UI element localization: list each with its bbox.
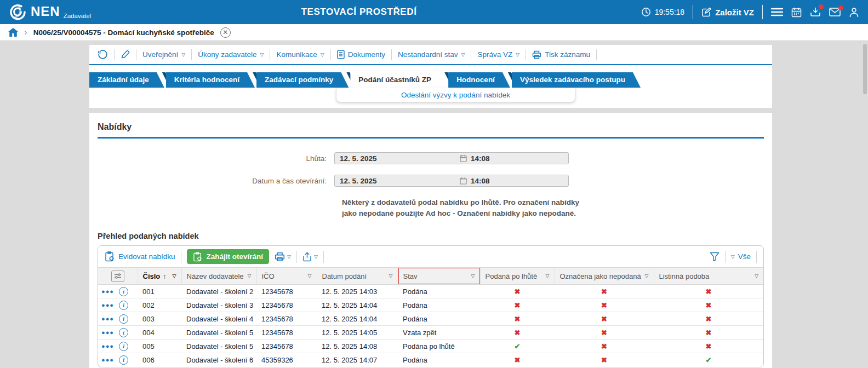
user-button[interactable] bbox=[849, 7, 859, 18]
table-row: ●●● i 002 Dodavatel - školení 3 12345678… bbox=[98, 298, 763, 312]
filter-caret-icon[interactable]: ▽ bbox=[248, 274, 252, 279]
toolbar-separator bbox=[330, 49, 331, 60]
filter-caret-icon[interactable]: ▽ bbox=[173, 274, 176, 279]
toolbar-separator bbox=[756, 251, 757, 263]
opening-input[interactable]: 12. 5. 2025 14:08 bbox=[334, 175, 569, 187]
info-icon[interactable]: i bbox=[119, 355, 128, 365]
row-menu-icon[interactable]: ●●● bbox=[101, 288, 114, 295]
row-menu-icon[interactable]: ●●● bbox=[101, 343, 114, 349]
filter-all-button[interactable]: ▽ Vše bbox=[731, 252, 751, 261]
scrollbar-thumb[interactable] bbox=[863, 44, 867, 94]
info-icon[interactable]: i bbox=[119, 301, 128, 310]
toolbar-separator bbox=[391, 49, 392, 60]
session-time: 19:55:18 bbox=[655, 8, 685, 16]
deadline-label: Lhůta: bbox=[98, 154, 334, 163]
cross-icon: ✖ bbox=[515, 288, 521, 296]
print-grid-button[interactable]: ▽ bbox=[275, 252, 291, 262]
start-opening-button[interactable]: Zahájit otevírání bbox=[187, 249, 270, 264]
info-icon[interactable]: i bbox=[119, 328, 128, 337]
cell-status: Podána bbox=[398, 298, 480, 312]
column-header-stav[interactable]: Stav ▽ bbox=[398, 268, 480, 285]
cell-supplier: Dodavatel - školení 6 bbox=[181, 353, 256, 367]
pencil-icon[interactable] bbox=[121, 50, 130, 59]
share-export-icon bbox=[302, 252, 312, 262]
menu-button[interactable] bbox=[771, 8, 783, 16]
menu-dokumenty[interactable]: Dokumenty bbox=[337, 50, 385, 59]
row-menu-icon[interactable]: ●●● bbox=[101, 302, 114, 308]
chevron-down-icon: ▽ bbox=[287, 255, 291, 260]
home-icon[interactable] bbox=[8, 28, 18, 37]
messages-button[interactable] bbox=[829, 8, 841, 16]
filter-caret-icon[interactable]: ▽ bbox=[389, 274, 393, 279]
tab-hodnoceni[interactable]: Hodnocení bbox=[448, 72, 510, 88]
menu-uverejneni[interactable]: Uveřejnění ▽ bbox=[142, 50, 185, 59]
cell-ico: 12345678 bbox=[256, 326, 317, 340]
calendar-button[interactable] bbox=[791, 7, 802, 18]
row-menu-icon[interactable]: ●●● bbox=[101, 357, 114, 363]
messages-badge bbox=[838, 5, 843, 10]
downloads-button[interactable] bbox=[810, 7, 821, 18]
cell-supplier: Dodavatel - školení 3 bbox=[181, 298, 256, 312]
section-title-nabidky: Nabídky bbox=[98, 113, 764, 132]
tab-submenu-panel: Odeslání výzvy k podání nabídek bbox=[336, 88, 575, 102]
tab-zadavaci-podminky[interactable]: Zadávací podmínky bbox=[256, 72, 349, 88]
info-icon[interactable]: i bbox=[119, 287, 128, 296]
register-offer-button[interactable]: Evidovat nabídku bbox=[105, 251, 175, 262]
close-record-button[interactable]: ✕ bbox=[220, 27, 231, 38]
row-menu-icon[interactable]: ●●● bbox=[101, 315, 114, 322]
row-menu-icon[interactable]: ●●● bbox=[101, 329, 114, 336]
tab-kriteria-hodnoceni[interactable]: Kritéria hodnocení bbox=[166, 72, 255, 88]
deadline-input[interactable]: 12. 5. 2025 14:08 bbox=[334, 152, 569, 164]
column-header-listinna-podoba[interactable]: Listinná podoba ▽ bbox=[654, 268, 763, 285]
column-header-cislo[interactable]: Číslo ↑ ▽ bbox=[138, 268, 181, 285]
cross-icon: ✖ bbox=[706, 329, 712, 337]
cell-number: 001 bbox=[138, 285, 181, 298]
menu-tisk-zaznamu[interactable]: Tisk záznamu bbox=[532, 50, 590, 59]
header-divider bbox=[762, 5, 763, 19]
create-vz-button[interactable]: Založit VZ bbox=[701, 7, 754, 17]
history-icon[interactable] bbox=[98, 49, 108, 60]
send-call-for-tenders-link[interactable]: Odeslání výzvy k podání nabídek bbox=[401, 91, 510, 99]
cell-ico: 12345678 bbox=[256, 340, 317, 353]
tab-podani-ucastniku-zp[interactable]: Podání účastníků ZP bbox=[350, 72, 447, 88]
filter-caret-icon[interactable]: ▽ bbox=[546, 274, 550, 279]
calendar-small-icon bbox=[460, 177, 467, 185]
check-icon: ✔ bbox=[706, 356, 712, 364]
cell-supplier: Dodavatel - školení 2 bbox=[181, 285, 256, 298]
info-icon[interactable]: i bbox=[119, 342, 128, 351]
menu-komunikace[interactable]: Komunikace ▽ bbox=[276, 50, 324, 59]
nen-logo[interactable]: NEN Zadavatel bbox=[9, 3, 91, 21]
filter-caret-icon[interactable]: ▽ bbox=[471, 274, 475, 279]
grid-title: Přehled podaných nabídek bbox=[98, 232, 764, 240]
filter-caret-icon[interactable]: ▽ bbox=[645, 274, 649, 279]
column-header-ico[interactable]: IČO ▽ bbox=[256, 268, 317, 285]
column-header-podana-po-lhute[interactable]: Podaná po lhůtě ▽ bbox=[480, 268, 555, 285]
table-row: ●●● i 001 Dodavatel - školení 2 12345678… bbox=[98, 285, 763, 298]
session-clock: 19:55:18 bbox=[641, 7, 685, 17]
cell-ico: 12345678 bbox=[256, 298, 317, 312]
export-button[interactable]: ▽ bbox=[302, 252, 318, 262]
document-icon bbox=[337, 50, 345, 59]
filter-icon[interactable] bbox=[710, 252, 719, 261]
tab-vysledek-zadavaciho-postupu[interactable]: Výsledek zadávacího postupu bbox=[512, 72, 641, 88]
offers-grid-panel: Evidovat nabídku Zahájit otevírání bbox=[98, 245, 764, 367]
cell-submitted: 12. 5. 2025 14:05 bbox=[317, 326, 398, 340]
menu-nestandardni-stav[interactable]: Nestandardní stav ▽ bbox=[398, 50, 465, 59]
opening-date-value: 12. 5. 2025 bbox=[335, 177, 460, 185]
column-header-datum-podani[interactable]: Datum podání ▽ bbox=[317, 268, 398, 285]
column-header-oznacena-jako-nepodana[interactable]: Označena jako nepodaná ▽ bbox=[555, 268, 654, 285]
column-settings-icon[interactable] bbox=[111, 271, 124, 282]
filter-caret-icon[interactable]: ▽ bbox=[308, 274, 312, 279]
info-icon[interactable]: i bbox=[119, 314, 128, 324]
menu-ukony-zadavatele[interactable]: Úkony zadavatele ▽ bbox=[198, 50, 264, 59]
cell-number: 003 bbox=[138, 312, 181, 326]
menu-sprava-vz[interactable]: Správa VZ ▽ bbox=[477, 50, 519, 59]
tab-zakladni-udaje[interactable]: Základní údaje bbox=[89, 72, 164, 88]
deadline-time-value: 14:08 bbox=[471, 154, 490, 163]
cross-icon: ✖ bbox=[601, 301, 607, 309]
filter-caret-icon[interactable]: ▽ bbox=[755, 274, 758, 279]
cross-icon: ✖ bbox=[515, 356, 521, 364]
cross-icon: ✖ bbox=[706, 315, 712, 323]
chevron-down-icon: ▽ bbox=[321, 53, 324, 58]
column-header-nazev-dodavatele[interactable]: Název dodavatele ▽ bbox=[181, 268, 256, 285]
